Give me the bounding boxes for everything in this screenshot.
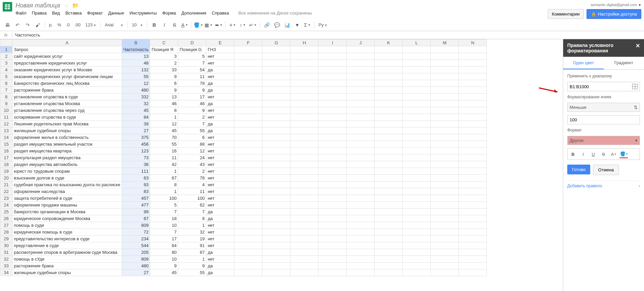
cell[interactable]: 67 (150, 175, 178, 181)
row-header[interactable]: 28 (0, 229, 13, 236)
cell[interactable] (347, 121, 375, 127)
cell[interactable] (234, 60, 262, 67)
doc-title[interactable]: Новая таблица (16, 2, 60, 9)
cell[interactable] (262, 94, 290, 100)
cell[interactable] (431, 73, 459, 80)
cell[interactable]: 12 (178, 148, 206, 154)
cell[interactable]: 8 (178, 215, 206, 222)
cell[interactable]: 11 (178, 188, 206, 195)
cell[interactable]: оказание юридических услуг физическим ли… (13, 73, 122, 80)
cell[interactable]: 83 (122, 188, 150, 195)
cell[interactable] (375, 100, 403, 107)
menu-data[interactable]: Данные (108, 10, 124, 16)
cell[interactable] (318, 141, 347, 148)
col-header-D[interactable]: D (178, 40, 206, 46)
cell[interactable] (459, 87, 487, 94)
cell[interactable] (431, 229, 459, 236)
cell[interactable] (234, 222, 262, 229)
share-button[interactable]: 🔒Настройки доступа (587, 9, 641, 19)
cell[interactable]: 9 (150, 263, 178, 269)
cell[interactable]: рассмотрение споров в арбитражном суде М… (13, 249, 122, 256)
cell[interactable]: 457 (122, 195, 150, 202)
cell[interactable] (262, 236, 290, 242)
cell[interactable] (290, 94, 318, 100)
cell[interactable] (318, 188, 347, 195)
cell[interactable] (262, 222, 290, 229)
row-header[interactable]: 26 (0, 215, 13, 222)
cell[interactable] (403, 195, 431, 202)
cell[interactable] (262, 263, 290, 269)
cell[interactable] (290, 161, 318, 168)
cell[interactable]: Частотность (122, 46, 150, 53)
cell[interactable] (290, 67, 318, 73)
row-header[interactable]: 24 (0, 202, 13, 209)
cell[interactable] (431, 202, 459, 209)
cell[interactable]: нет (206, 188, 234, 195)
cell[interactable]: 480 (122, 87, 150, 94)
cell[interactable]: 13 (150, 94, 178, 100)
cell[interactable] (234, 154, 262, 161)
col-header-J[interactable]: J (347, 40, 375, 46)
cell[interactable] (431, 242, 459, 249)
cell[interactable] (403, 256, 431, 263)
cell[interactable]: 1 (178, 256, 206, 263)
cell[interactable]: 2 (178, 114, 206, 121)
cell[interactable]: оформление продажи машины (13, 202, 122, 209)
row-header[interactable]: 22 (0, 188, 13, 195)
cell[interactable] (431, 134, 459, 141)
cell[interactable]: установление отцовства Москва (13, 100, 122, 107)
cell[interactable]: 62 (178, 202, 206, 209)
cell[interactable] (403, 263, 431, 269)
cell[interactable] (403, 60, 431, 67)
row-header[interactable]: 30 (0, 242, 13, 249)
cell[interactable] (290, 114, 318, 121)
fmt-bold[interactable]: B (569, 150, 577, 158)
cell[interactable]: сайт юридических услуг (13, 53, 122, 60)
row-header[interactable]: 14 (0, 134, 13, 141)
cell[interactable]: 45 (122, 107, 150, 114)
cell[interactable]: 55 (178, 269, 206, 276)
bold-icon[interactable]: B (149, 20, 159, 30)
cell[interactable] (234, 202, 262, 209)
cell[interactable] (290, 87, 318, 94)
comment-icon[interactable]: 💬 (272, 20, 282, 30)
row-header[interactable]: 20 (0, 175, 13, 181)
cell[interactable]: Лишение родительских прав Москва (13, 121, 122, 127)
cell[interactable]: 332 (122, 94, 150, 100)
cell[interactable] (234, 121, 262, 127)
cell[interactable] (347, 127, 375, 134)
cell[interactable] (403, 161, 431, 168)
cell[interactable] (375, 161, 403, 168)
cell[interactable] (262, 154, 290, 161)
cell[interactable]: 54 (178, 67, 206, 73)
cell[interactable] (262, 46, 290, 53)
cell[interactable] (403, 100, 431, 107)
tab-gradient[interactable]: Градиент (604, 57, 644, 69)
row-header[interactable]: 34 (0, 269, 13, 276)
cell[interactable] (375, 236, 403, 242)
cell[interactable] (403, 107, 431, 114)
cell[interactable]: 111 (122, 168, 150, 175)
cell[interactable]: 24 (178, 154, 206, 161)
percent-format[interactable]: % (55, 22, 64, 27)
cell[interactable]: 84 (122, 114, 150, 121)
cell[interactable] (318, 53, 347, 60)
cell[interactable]: 93 (122, 181, 150, 188)
cell[interactable]: 7 (150, 209, 178, 215)
cell[interactable] (403, 141, 431, 148)
cell[interactable]: 67 (122, 215, 150, 222)
cell[interactable]: 80 (150, 249, 178, 256)
cell[interactable]: 42 (150, 161, 178, 168)
cell[interactable] (403, 154, 431, 161)
col-header-C[interactable]: C (150, 40, 178, 46)
cell[interactable] (375, 188, 403, 195)
cell[interactable] (347, 53, 375, 60)
row-header[interactable]: 21 (0, 181, 13, 188)
cell[interactable] (290, 100, 318, 107)
formula-input[interactable]: Частотность (12, 32, 644, 38)
cell[interactable] (403, 215, 431, 222)
cell[interactable] (234, 269, 262, 276)
format-style-select[interactable]: Другое ▾ (567, 136, 640, 145)
cell[interactable]: 2 (150, 60, 178, 67)
cell[interactable] (459, 202, 487, 209)
